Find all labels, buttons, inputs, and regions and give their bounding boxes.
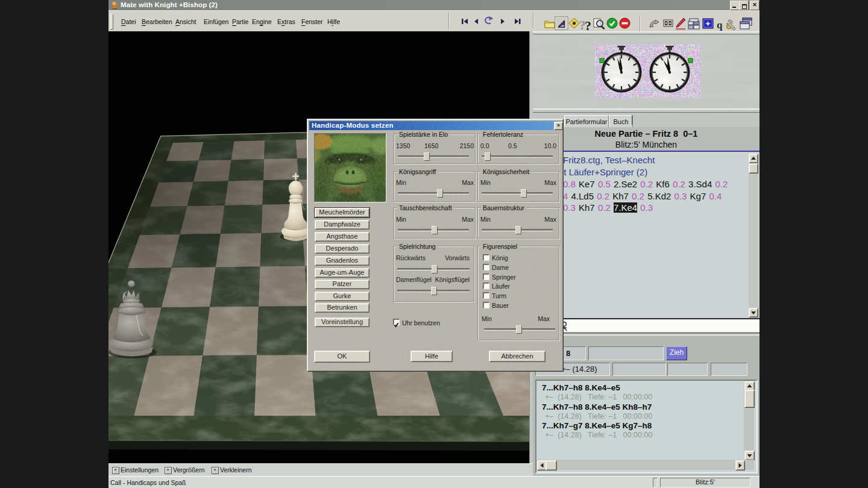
svg-text:q: q xyxy=(717,19,723,31)
